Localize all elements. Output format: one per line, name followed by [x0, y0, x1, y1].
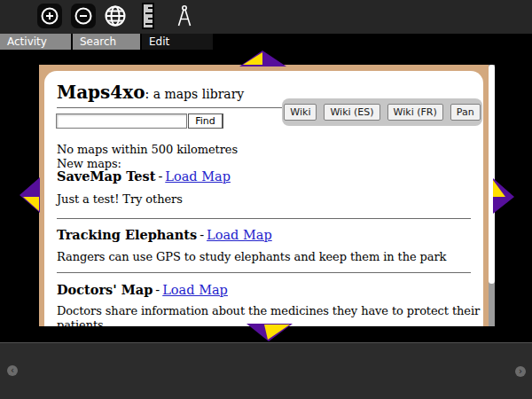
search-input[interactable] [56, 113, 187, 129]
tab-activity[interactable]: Activity [0, 34, 71, 50]
map-name: SaveMap Test [57, 168, 155, 184]
divider [57, 272, 471, 273]
bottom-bar: ‹ › [0, 342, 532, 399]
toolbar-tabs: Activity Search Edit [0, 34, 532, 50]
ruler-button[interactable] [136, 4, 160, 28]
compass-button[interactable] [172, 4, 197, 28]
map-entry-desc: Rangers can use GPS to study elephants a… [57, 250, 481, 264]
zoom-out-icon [74, 6, 93, 26]
wiki-button-panel: Wiki Wiki (ES) Wiki (FR) Pan [282, 98, 482, 126]
page-title: Maps4xo: a maps library [57, 82, 244, 103]
ruler-icon [142, 3, 154, 29]
status-line: No maps within 500 kilometres [57, 143, 238, 156]
site-tagline: : a maps library [145, 87, 245, 101]
wiki-button[interactable]: Wiki [284, 104, 317, 121]
pan-left-arrow-icon[interactable] [18, 176, 41, 215]
map-entry-title: Doctors' Map-Load Map [57, 282, 228, 297]
map-entry-title: SaveMap Test-Load Map [57, 168, 231, 184]
zoom-in-button[interactable] [37, 4, 62, 28]
zoom-out-button[interactable] [71, 4, 96, 28]
pan-button[interactable]: Pan [450, 104, 481, 121]
map-entry-desc: Just a test! Try others [57, 192, 481, 207]
load-map-link[interactable]: Load Map [207, 228, 272, 242]
next-button[interactable]: › [515, 366, 526, 377]
map-entry-title: Tracking Elephants-Load Map [57, 227, 272, 242]
tab-search[interactable]: Search [73, 34, 140, 50]
wiki-es-button[interactable]: Wiki (ES) [324, 104, 379, 121]
zoom-in-icon [40, 6, 59, 26]
scrollbar-thumb[interactable] [489, 65, 495, 284]
pan-right-arrow-icon[interactable] [490, 176, 515, 215]
tab-edit[interactable]: Edit [142, 34, 213, 50]
globe-icon [104, 4, 127, 27]
site-name: Maps4xo [57, 82, 145, 103]
find-button[interactable]: Find [188, 113, 223, 129]
pan-up-arrow-icon[interactable] [238, 50, 289, 67]
prev-button[interactable]: ‹ [7, 365, 18, 376]
map-name: Doctors' Map [57, 282, 153, 297]
divider [57, 218, 471, 219]
globe-button[interactable] [103, 4, 128, 28]
wiki-fr-button[interactable]: Wiki (FR) [387, 104, 443, 121]
top-toolbar [0, 0, 532, 34]
compass-icon [175, 4, 194, 27]
map-name: Tracking Elephants [57, 227, 197, 242]
load-map-link[interactable]: Load Map [162, 283, 228, 297]
load-map-link[interactable]: Load Map [165, 169, 231, 184]
pan-down-arrow-icon[interactable] [245, 322, 294, 343]
